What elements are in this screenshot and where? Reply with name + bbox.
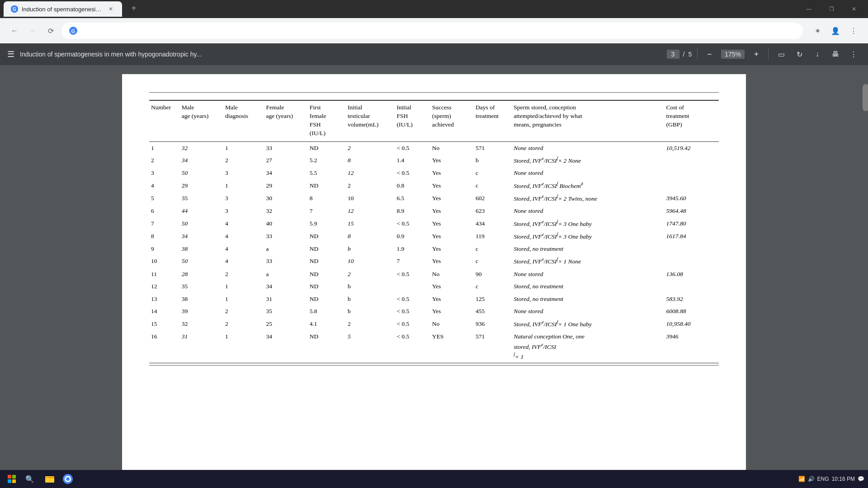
profile-button[interactable]: 👤 — [828, 23, 843, 38]
forward-button[interactable]: → — [25, 23, 40, 38]
table-cell: 16 — [149, 330, 180, 363]
table-cell: Yes — [430, 280, 474, 293]
address-bar-row: ← → ⟳ G ✶ 👤 ⋮ — [0, 18, 868, 43]
sidebar-toggle-button[interactable]: ☰ — [7, 49, 14, 59]
table-row: 1050433ND107YescStored, IVFe/ICSIf× 1 No… — [149, 255, 719, 267]
extensions-button[interactable]: ✶ — [810, 23, 825, 38]
print-button[interactable]: 🖶 — [828, 47, 843, 61]
table-cell: 583.92 — [665, 293, 719, 305]
table-cell: 38 — [180, 293, 223, 305]
table-cell — [395, 280, 430, 293]
table-cell — [665, 255, 719, 267]
fit-page-button[interactable]: ▭ — [774, 47, 788, 61]
table-row: 9384aNDb1.9YescStored, no treatment — [149, 243, 719, 255]
table-cell: ND — [308, 255, 346, 267]
search-button[interactable]: 🔍 — [22, 471, 38, 487]
svg-text:G: G — [13, 7, 16, 12]
col-header-number: Number — [149, 100, 180, 141]
page-navigation: / 5 — [667, 50, 692, 59]
toolbar-divider — [697, 49, 698, 60]
table-cell: ND — [308, 230, 346, 243]
table-header-row: Number Maleage (years) Malediagnosis Fem… — [149, 100, 719, 141]
more-options-button[interactable]: ⋮ — [846, 47, 861, 61]
table-cell: 27 — [264, 154, 307, 167]
table-cell: 35 — [264, 305, 307, 318]
page-number-input[interactable] — [667, 50, 679, 59]
zoom-out-button[interactable]: − — [703, 48, 716, 61]
pdf-content-area[interactable]: Number Maleage (years) Malediagnosis Fem… — [0, 65, 868, 488]
active-tab[interactable]: G Induction of spermatogenesis in... ✕ — [4, 1, 122, 17]
rotate-button[interactable]: ↻ — [792, 47, 807, 61]
table-cell: 1 — [223, 141, 264, 154]
table-cell: 4.1 — [308, 318, 346, 330]
close-button[interactable]: ✕ — [844, 2, 864, 16]
table-cell: a — [264, 268, 307, 281]
start-button[interactable] — [4, 471, 20, 487]
download-button[interactable]: ↓ — [810, 47, 825, 61]
table-cell: 10 — [346, 192, 395, 205]
table-row: 132133ND2< 0.5No571None stored10,519.42 — [149, 141, 719, 154]
table-cell-sperm: Stored, IVFe/ICSIf× 1 One baby — [512, 318, 664, 330]
table-cell: 6008.88 — [665, 305, 719, 318]
table-row: 6443327128.9Yes623None stored5964.48 — [149, 205, 719, 217]
table-cell: 33 — [264, 141, 307, 154]
tab-favicon: G — [11, 5, 18, 13]
address-bar[interactable]: G — [61, 23, 803, 39]
table-cell: 50 — [180, 167, 223, 179]
table-row: 429129ND20.8YescStored, IVFe/ICSIf Bioch… — [149, 179, 719, 192]
table-cell-sperm: None stored — [512, 305, 664, 318]
col-header-cost: Cost oftreatment(GBP) — [665, 100, 719, 141]
new-tab-button[interactable]: + — [127, 2, 140, 14]
table-row: 14392355.8b< 0.5Yes455None stored6008.88 — [149, 305, 719, 318]
table-cell: 10 — [346, 255, 395, 267]
scrollbar-thumb[interactable] — [863, 84, 868, 111]
table-cell: 33 — [264, 230, 307, 243]
table-cell: 44 — [180, 205, 223, 217]
scrollbar[interactable] — [862, 82, 868, 470]
table-row: 1631134ND5< 0.5YES571Natural conception … — [149, 330, 719, 363]
taskbar-app-explorer[interactable] — [42, 471, 58, 487]
table-cell: 29 — [180, 179, 223, 192]
table-cell: Yes — [430, 255, 474, 267]
table-cell: 39 — [180, 305, 223, 318]
svg-rect-10 — [45, 476, 49, 478]
table-cell: a — [264, 243, 307, 255]
table-cell: Yes — [430, 293, 474, 305]
table-cell: 5.9 — [308, 217, 346, 230]
table-cell: 30 — [264, 192, 307, 205]
table-cell: 4 — [223, 217, 264, 230]
reload-button[interactable]: ⟳ — [43, 23, 58, 38]
toolbar-divider-2 — [768, 49, 769, 60]
table-cell — [665, 243, 719, 255]
svg-point-13 — [66, 477, 70, 481]
table-cell: 434 — [474, 217, 512, 230]
taskbar-time: 10:16 PM — [832, 476, 855, 482]
zoom-in-button[interactable]: + — [750, 48, 763, 61]
tab-close-button[interactable]: ✕ — [107, 5, 115, 13]
table-cell: 35 — [180, 280, 223, 293]
minimize-button[interactable]: — — [798, 2, 819, 16]
taskbar-right: 📶 🔊 ENG 10:16 PM 💬 — [798, 476, 864, 482]
table-cell: 6.5 — [395, 192, 430, 205]
table-cell: 1747.80 — [665, 217, 719, 230]
taskbar-app-chrome[interactable] — [60, 471, 76, 487]
table-cell: 5964.48 — [665, 205, 719, 217]
table-cell: b — [346, 243, 395, 255]
pdf-tools: ▭ ↻ ↓ 🖶 ⋮ — [774, 47, 861, 61]
page-total: 5 — [688, 51, 692, 58]
table-cell: 2 — [223, 318, 264, 330]
table-cell: 1 — [223, 280, 264, 293]
table-cell-sperm: Stored, IVFe/ICSIf× 2 Twins, none — [512, 192, 664, 205]
table-row: 2342275.281.4YesbStored, IVFe/ICSIf× 2 N… — [149, 154, 719, 167]
table-cell: 4 — [223, 230, 264, 243]
table-cell: 4 — [149, 179, 180, 192]
table-cell: 8 — [346, 230, 395, 243]
table-cell: < 0.5 — [395, 268, 430, 281]
taskbar-notification-icon[interactable]: 💬 — [858, 476, 864, 482]
menu-button[interactable]: ⋮ — [846, 23, 861, 38]
back-button[interactable]: ← — [7, 23, 22, 38]
maximize-button[interactable]: ❐ — [821, 2, 842, 16]
table-cell: 5.8 — [308, 305, 346, 318]
table-cell: 4 — [223, 243, 264, 255]
table-cell: ND — [308, 280, 346, 293]
